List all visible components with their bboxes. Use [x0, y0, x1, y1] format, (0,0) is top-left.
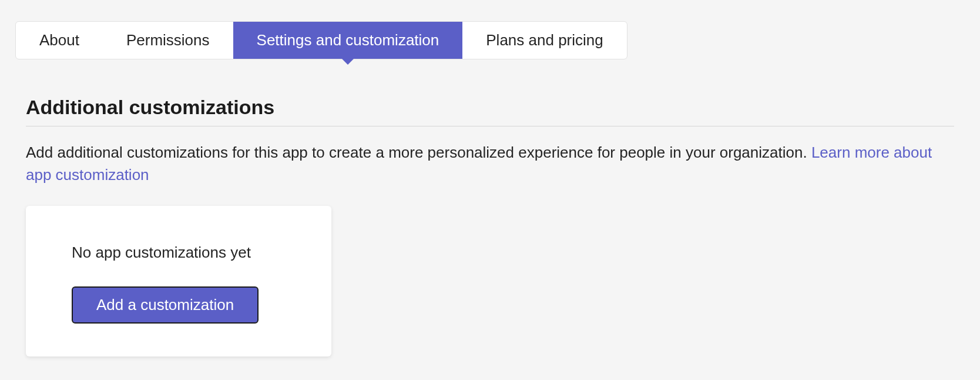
tab-permissions[interactable]: Permissions: [103, 22, 233, 59]
additional-customizations-section: Additional customizations Add additional…: [15, 96, 965, 356]
customizations-card: No app customizations yet Add a customiz…: [26, 206, 331, 356]
add-customization-button[interactable]: Add a customization: [72, 286, 259, 324]
empty-state-text: No app customizations yet: [72, 244, 308, 262]
tab-about[interactable]: About: [16, 22, 103, 59]
section-description: Add additional customizations for this a…: [26, 142, 954, 186]
section-title: Additional customizations: [26, 96, 954, 126]
tab-bar: About Permissions Settings and customiza…: [15, 21, 627, 59]
tab-settings-customization[interactable]: Settings and customization: [233, 22, 463, 59]
tab-plans-pricing[interactable]: Plans and pricing: [462, 22, 626, 59]
section-description-text: Add additional customizations for this a…: [26, 144, 811, 161]
